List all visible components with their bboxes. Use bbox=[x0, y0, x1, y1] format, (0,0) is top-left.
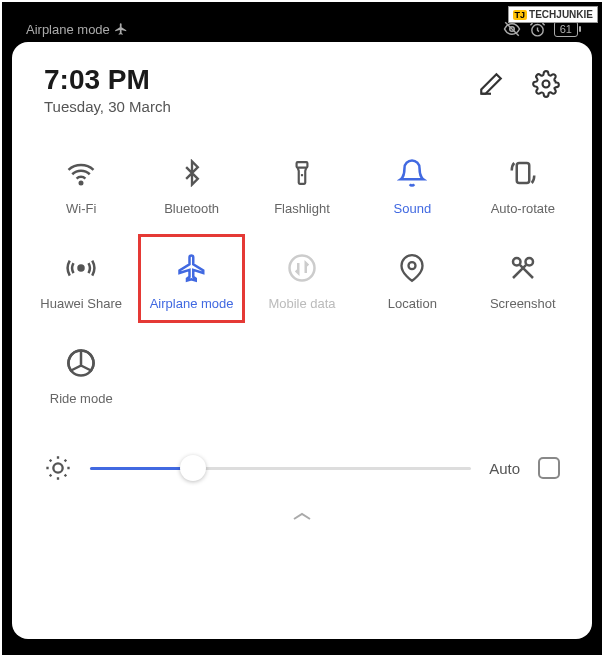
brightness-slider[interactable] bbox=[90, 467, 471, 470]
clock-time: 7:03 PM bbox=[44, 64, 171, 96]
tiles-grid: Wi-Fi Bluetooth Flashlight bbox=[22, 133, 582, 434]
brightness-row: Auto bbox=[22, 434, 582, 502]
svg-point-13 bbox=[525, 258, 533, 266]
status-mode-text: Airplane mode bbox=[26, 22, 110, 37]
svg-rect-6 bbox=[297, 162, 308, 167]
alarm-icon bbox=[529, 21, 546, 38]
highlight-box bbox=[138, 234, 244, 323]
slider-thumb[interactable] bbox=[180, 455, 206, 481]
svg-point-4 bbox=[543, 81, 550, 88]
svg-point-15 bbox=[53, 463, 62, 472]
tile-airplane-mode[interactable]: Airplane mode bbox=[136, 236, 246, 331]
tile-ride-mode[interactable]: Ride mode bbox=[26, 331, 136, 426]
svg-point-12 bbox=[513, 258, 521, 266]
bell-icon bbox=[397, 158, 427, 188]
time-date-block: 7:03 PM Tuesday, 30 March bbox=[44, 64, 171, 115]
battery-indicator: 61 bbox=[554, 21, 578, 37]
flashlight-icon bbox=[289, 158, 315, 188]
bluetooth-icon bbox=[178, 159, 206, 187]
edit-icon[interactable] bbox=[478, 71, 504, 97]
tile-bluetooth[interactable]: Bluetooth bbox=[136, 141, 246, 236]
brightness-icon bbox=[44, 454, 72, 482]
ride-mode-icon bbox=[66, 348, 96, 378]
tile-sound[interactable]: Sound bbox=[357, 141, 467, 236]
wifi-icon bbox=[66, 158, 96, 188]
quick-settings-panel: 7:03 PM Tuesday, 30 March bbox=[12, 42, 592, 639]
mobile-data-icon bbox=[287, 253, 317, 283]
gear-icon[interactable] bbox=[532, 70, 560, 98]
svg-point-9 bbox=[79, 266, 84, 271]
autorotate-icon bbox=[508, 158, 538, 188]
svg-point-10 bbox=[289, 256, 314, 281]
tile-wifi[interactable]: Wi-Fi bbox=[26, 141, 136, 236]
airplane-icon bbox=[114, 22, 128, 36]
tile-autorotate[interactable]: Auto-rotate bbox=[468, 141, 578, 236]
tile-huawei-share[interactable]: Huawei Share bbox=[26, 236, 136, 331]
tile-screenshot[interactable]: Screenshot bbox=[468, 236, 578, 331]
auto-brightness-checkbox[interactable] bbox=[538, 457, 560, 479]
tile-location[interactable]: Location bbox=[357, 236, 467, 331]
tile-mobile-data[interactable]: Mobile data bbox=[247, 236, 357, 331]
phone-frame: Airplane mode 61 7:03 PM bbox=[4, 4, 600, 653]
svg-point-11 bbox=[409, 262, 416, 269]
watermark: TJ TECHJUNKIE bbox=[508, 6, 598, 23]
huawei-share-icon bbox=[66, 253, 96, 283]
location-icon bbox=[398, 253, 426, 283]
auto-brightness-label: Auto bbox=[489, 460, 520, 477]
screenshot-icon bbox=[508, 253, 538, 283]
svg-point-5 bbox=[80, 182, 83, 185]
clock-date: Tuesday, 30 March bbox=[44, 98, 171, 115]
tile-flashlight[interactable]: Flashlight bbox=[247, 141, 357, 236]
status-bar: Airplane mode 61 bbox=[12, 12, 592, 42]
expand-handle[interactable] bbox=[22, 502, 582, 532]
svg-rect-8 bbox=[517, 163, 530, 183]
